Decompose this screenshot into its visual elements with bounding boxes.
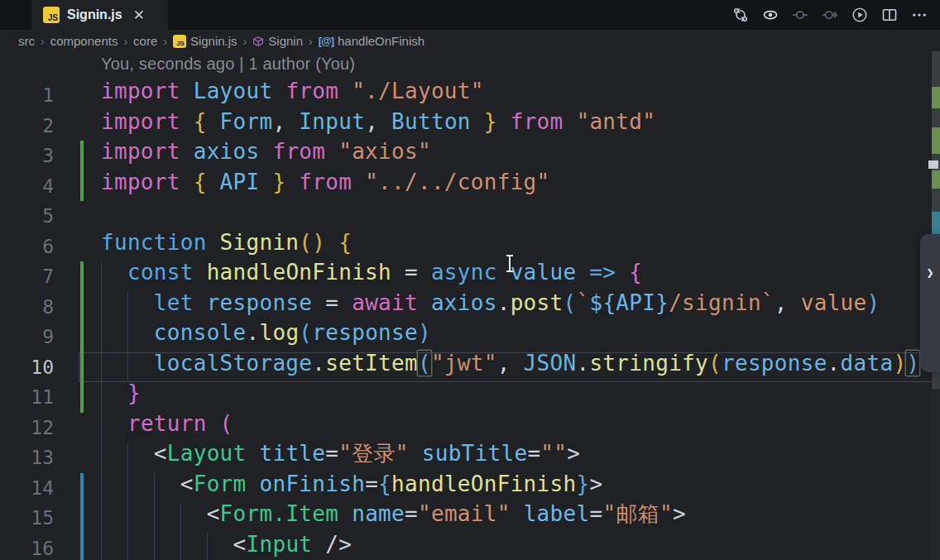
line-number[interactable]: 5 — [0, 205, 79, 227]
line-content[interactable]: <Form onFinish={handleOnFinish}> — [79, 473, 940, 504]
line-number[interactable]: 8 — [0, 296, 79, 318]
line-content[interactable]: <Layout title="登录" subTitle=""> — [79, 443, 940, 473]
gutter-indicator-added — [80, 171, 84, 202]
line-number[interactable]: 2 — [0, 115, 79, 136]
code-line-4[interactable]: 4import { API } from "../../config" — [0, 171, 940, 202]
gutter-indicator-modified — [80, 534, 84, 560]
line-content[interactable]: import { Form, Input, Button } from "ant… — [79, 111, 940, 141]
tab-signin-js[interactable]: JS Signin.js ✕ — [31, 0, 168, 30]
breadcrumb-separator: › — [41, 35, 45, 48]
ruler-mark-added — [932, 87, 940, 108]
code-text: import axios from "axios" — [101, 141, 940, 162]
code-text: <Form.Item name="email" label="邮箱"> — [101, 503, 940, 524]
code-line-5[interactable]: 5 — [0, 201, 940, 232]
line-content[interactable]: return ( — [79, 413, 940, 443]
js-file-icon: JS — [173, 35, 186, 48]
line-number[interactable]: 10 — [0, 357, 79, 378]
line-content[interactable]: import { API } from "../../config" — [79, 171, 940, 202]
code-text: let response = await axios.post(`${API}/… — [101, 292, 940, 314]
breadcrumb-label: Signin — [268, 34, 303, 48]
code-line-12[interactable]: 12 return ( — [0, 413, 940, 443]
gutter-indicator-added — [80, 261, 84, 292]
code-text: localStorage.setItem("jwt", JSON.stringi… — [101, 352, 940, 374]
line-number[interactable]: 6 — [0, 236, 79, 257]
panel-expand-flap[interactable]: ❯ — [920, 234, 940, 372]
code-text: <Layout title="登录" subTitle=""> — [101, 443, 940, 464]
code-line-7[interactable]: 7 const handleOnFinish = async value => … — [0, 261, 940, 292]
breadcrumb-label: handleOnFinish — [338, 34, 424, 48]
line-number[interactable]: 14 — [0, 477, 79, 499]
gutter-indicator-modified — [80, 473, 84, 504]
code-text: } — [101, 382, 940, 404]
close-tab-icon[interactable]: ✕ — [130, 7, 148, 24]
code-line-10[interactable]: 10 localStorage.setItem("jwt", JSON.stri… — [0, 352, 940, 383]
line-number[interactable]: 12 — [0, 417, 79, 438]
codelens-authors[interactable]: You, seconds ago | 1 author (You) — [101, 55, 355, 79]
line-number[interactable]: 9 — [0, 326, 79, 347]
ruler-mark-added — [932, 170, 940, 189]
code-editor[interactable]: 1import Layout from "./Layout"2import { … — [0, 80, 940, 560]
step-circle-left-icon[interactable] — [791, 6, 809, 24]
tab-bar: JS Signin.js ✕ — [0, 0, 940, 30]
code-line-3[interactable]: 3import axios from "axios" — [0, 141, 940, 171]
code-line-1[interactable]: 1import Layout from "./Layout" — [0, 80, 940, 111]
breadcrumb-separator: › — [309, 35, 313, 48]
breadcrumb: src›components›core›JSSignin.js›Signin›[… — [0, 30, 940, 52]
line-content[interactable]: import axios from "axios" — [79, 141, 940, 171]
breadcrumb-label: Signin.js — [190, 34, 237, 48]
symbol-class-icon — [252, 36, 264, 47]
code-line-11[interactable]: 11 } — [0, 382, 940, 413]
breadcrumb-label: core — [133, 34, 157, 48]
ruler-mark-added — [932, 127, 940, 154]
tab-label: Signin.js — [67, 7, 122, 22]
watch-eye-icon[interactable] — [761, 6, 779, 24]
more-actions-icon[interactable] — [910, 6, 928, 24]
code-line-15[interactable]: 15 <Form.Item name="email" label="邮箱"> — [0, 503, 940, 534]
gutter-indicator-added — [80, 292, 84, 323]
breadcrumb-item-signin-js[interactable]: JSSignin.js — [173, 34, 237, 48]
code-text: return ( — [101, 413, 940, 434]
line-number[interactable]: 4 — [0, 175, 79, 197]
line-number[interactable]: 3 — [0, 145, 79, 166]
symbol-method-icon: [@] — [319, 35, 333, 47]
line-number[interactable]: 15 — [0, 507, 79, 529]
breadcrumb-item-handleonfinish[interactable]: [@]handleOnFinish — [319, 34, 424, 48]
code-line-8[interactable]: 8 let response = await axios.post(`${API… — [0, 292, 940, 323]
js-file-icon: JS — [43, 7, 60, 23]
code-line-2[interactable]: 2import { Form, Input, Button } from "an… — [0, 111, 940, 141]
line-number[interactable]: 1 — [0, 84, 79, 106]
step-circle-right-icon[interactable] — [821, 6, 839, 24]
code-line-6[interactable]: 6function Signin() { — [0, 232, 940, 262]
line-content[interactable]: <Form.Item name="email" label="邮箱"> — [79, 503, 940, 534]
breadcrumb-separator: › — [243, 35, 247, 48]
line-content[interactable]: console.log(response) — [79, 322, 940, 352]
code-line-13[interactable]: 13 <Layout title="登录" subTitle=""> — [0, 443, 940, 473]
breadcrumb-item-signin[interactable]: Signin — [252, 34, 303, 48]
breadcrumb-item-core[interactable]: core — [133, 34, 157, 48]
chevron-right-icon: ❯ — [926, 266, 933, 372]
run-code-icon[interactable] — [851, 6, 869, 24]
breadcrumb-item-components[interactable]: components — [50, 34, 118, 48]
ruler-mark-cursor — [928, 160, 938, 169]
breadcrumb-label: components — [50, 34, 118, 48]
code-line-14[interactable]: 14 <Form onFinish={handleOnFinish}> — [0, 473, 940, 504]
breadcrumb-item-src[interactable]: src — [18, 34, 35, 48]
line-content[interactable]: let response = await axios.post(`${API}/… — [79, 292, 940, 323]
line-number[interactable]: 13 — [0, 447, 79, 468]
compare-changes-icon[interactable] — [731, 6, 750, 24]
line-content[interactable]: <Input /> — [79, 534, 940, 560]
line-number[interactable]: 16 — [0, 538, 79, 559]
line-content[interactable]: import Layout from "./Layout" — [79, 80, 940, 111]
code-text: <Input /> — [101, 534, 940, 555]
line-number[interactable]: 7 — [0, 266, 79, 287]
line-content[interactable] — [79, 201, 940, 232]
line-content[interactable]: } — [79, 382, 940, 413]
line-number[interactable]: 11 — [0, 386, 79, 408]
gutter-indicator-added — [80, 352, 84, 383]
code-line-16[interactable]: 16 <Input /> — [0, 534, 940, 560]
tab-strip-spacer — [0, 0, 31, 30]
code-text: import { Form, Input, Button } from "ant… — [101, 111, 940, 132]
line-content[interactable]: localStorage.setItem("jwt", JSON.stringi… — [79, 352, 940, 383]
code-line-9[interactable]: 9 console.log(response) — [0, 322, 940, 352]
split-editor-icon[interactable] — [880, 6, 899, 24]
